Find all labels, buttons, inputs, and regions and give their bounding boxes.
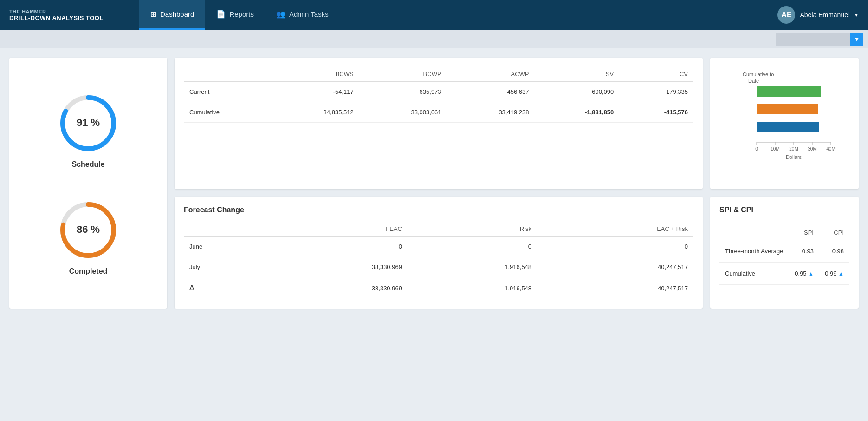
srow-label: Three-month Average — [719, 240, 789, 263]
nav-reports-label: Reports — [229, 10, 254, 18]
fcell-feac-risk: 40,247,517 — [537, 257, 693, 277]
cell-cv: 179,335 — [619, 82, 693, 102]
cell-bcws: 34,835,512 — [272, 102, 359, 123]
bar-acwp — [757, 122, 819, 132]
bar-chart: Cumulative to Date 0 10M 20M 30M 40M — [715, 67, 849, 178]
frow-label: Δ — [184, 277, 266, 299]
dashboard-icon: ⊞ — [150, 10, 156, 19]
cell-cv: -415,576 — [619, 102, 693, 123]
completed-gauge: 86 % — [56, 197, 121, 263]
schedule-pct-text: 91 % — [77, 117, 100, 128]
svg-text:Dollars: Dollars — [786, 154, 802, 160]
gauges-card: 91 % Schedule 86 % Completed — [9, 58, 167, 309]
forecast-card: Forecast Change FEAC Risk FEAC + Risk Ju… — [175, 197, 703, 309]
navbar: THE HAMMER DRILL-DOWN ANALYSIS TOOL ⊞ Da… — [0, 0, 868, 30]
scell-cpi: 0.98 — [819, 240, 849, 263]
nav-admin-label: Admin Tasks — [289, 10, 329, 18]
schedule-gauge-section: 91 % Schedule — [56, 91, 121, 169]
spi-cpi-card: SPI & CPI SPI CPI Three-month Average 0.… — [710, 197, 859, 309]
cell-sv: 690,090 — [534, 82, 619, 102]
schedule-label: Schedule — [71, 160, 104, 169]
spi-table: SPI CPI Three-month Average 0.93 0.98 Cu… — [719, 225, 849, 285]
col-sv: SV — [534, 67, 619, 82]
fcell-feac: 38,330,969 — [266, 277, 408, 299]
row-label: Current — [184, 82, 272, 102]
fcell-feac: 0 — [266, 237, 408, 257]
up-arrow-icon: ▲ — [838, 270, 844, 277]
svg-text:20M: 20M — [789, 146, 798, 151]
toolbar-input[interactable] — [776, 33, 850, 46]
nav-admin-tasks[interactable]: 👥 Admin Tasks — [265, 0, 340, 30]
frow-label: July — [184, 257, 266, 277]
avatar: AE — [777, 6, 795, 24]
nav-dashboard-label: Dashboard — [160, 10, 194, 18]
user-menu[interactable]: AE Abela Emmanuel ▼ — [777, 6, 859, 24]
svg-text:40M: 40M — [826, 146, 835, 151]
nav-dashboard[interactable]: ⊞ Dashboard — [139, 0, 205, 30]
row-label: Cumulative — [184, 102, 272, 123]
schedule-gauge: 91 % — [56, 91, 121, 156]
scell-spi: 0.93 — [789, 240, 819, 263]
fcell-risk: 1,916,548 — [408, 277, 537, 299]
table-row: July 38,330,969 1,916,548 40,247,517 — [184, 257, 693, 277]
fcell-feac: 38,330,969 — [266, 257, 408, 277]
bcws-card: BCWS BCWP ACWP SV CV Current -54,117 635… — [175, 58, 703, 189]
completed-gauge-section: 86 % Completed — [56, 197, 121, 276]
col-bcwp: BCWP — [359, 67, 447, 82]
toolbar: ▼ — [0, 30, 868, 48]
scell-spi: 0.95 ▲ — [789, 263, 819, 285]
frow-label: June — [184, 237, 266, 257]
col-cv: CV — [619, 67, 693, 82]
up-arrow-icon: ▲ — [808, 270, 814, 277]
completed-pct-text: 86 % — [77, 224, 100, 235]
scell-cpi: 0.99 ▲ — [819, 263, 849, 285]
table-row: Cumulative 0.95 ▲ 0.99 ▲ — [719, 263, 849, 285]
scol-spi: SPI — [789, 225, 819, 240]
fcol-risk: Risk — [408, 222, 537, 237]
table-row: June 0 0 0 — [184, 237, 693, 257]
fcol-feac-risk: FEAC + Risk — [537, 222, 693, 237]
forecast-title: Forecast Change — [184, 206, 693, 214]
reports-icon: 📄 — [216, 10, 226, 19]
bcws-table: BCWS BCWP ACWP SV CV Current -54,117 635… — [184, 67, 693, 123]
chart-label2: Date — [748, 78, 759, 84]
svg-text:0: 0 — [755, 146, 758, 151]
bar-bcws — [757, 86, 821, 97]
svg-text:10M: 10M — [771, 146, 779, 151]
chevron-down-icon: ▼ — [854, 13, 859, 18]
fcell-risk: 1,916,548 — [408, 257, 537, 277]
cell-acwp: 33,419,238 — [447, 102, 535, 123]
nav-menu: ⊞ Dashboard 📄 Reports 👥 Admin Tasks — [139, 0, 777, 30]
delta-symbol: Δ — [189, 284, 194, 292]
cell-bcwp: 33,003,661 — [359, 102, 447, 123]
user-name: Abela Emmanuel — [800, 11, 849, 19]
table-row: Three-month Average 0.93 0.98 — [719, 240, 849, 263]
table-row: Δ 38,330,969 1,916,548 40,247,517 — [184, 277, 693, 299]
table-row: Cumulative 34,835,512 33,003,661 33,419,… — [184, 102, 693, 123]
fcol-feac: FEAC — [266, 222, 408, 237]
col-bcws: BCWS — [272, 67, 359, 82]
fcell-risk: 0 — [408, 237, 537, 257]
table-row: Current -54,117 635,973 456,637 690,090 … — [184, 82, 693, 102]
admin-icon: 👥 — [276, 10, 285, 19]
cell-acwp: 456,637 — [447, 82, 535, 102]
srow-label: Cumulative — [719, 263, 789, 285]
cell-bcwp: 635,973 — [359, 82, 447, 102]
completed-label: Completed — [69, 267, 108, 276]
cell-bcws: -54,117 — [272, 82, 359, 102]
bar-chart-card: Cumulative to Date 0 10M 20M 30M 40M — [710, 58, 859, 189]
brand-title: THE HAMMER — [9, 9, 130, 14]
brand: THE HAMMER DRILL-DOWN ANALYSIS TOOL — [9, 9, 139, 21]
fcol-label — [184, 222, 266, 237]
main-content: 91 % Schedule 86 % Completed BCWS BCWP A… — [0, 48, 868, 318]
fcell-feac-risk: 0 — [537, 237, 693, 257]
col-acwp: ACWP — [447, 67, 535, 82]
nav-reports[interactable]: 📄 Reports — [205, 0, 265, 30]
brand-sub: DRILL-DOWN ANALYSIS TOOL — [9, 14, 130, 21]
svg-text:30M: 30M — [808, 146, 816, 151]
chart-label: Cumulative to — [743, 72, 774, 77]
bar-bcwp — [757, 104, 818, 114]
scol-cpi: CPI — [819, 225, 849, 240]
spi-title: SPI & CPI — [719, 206, 849, 214]
toolbar-chevron-button[interactable]: ▼ — [850, 33, 863, 46]
